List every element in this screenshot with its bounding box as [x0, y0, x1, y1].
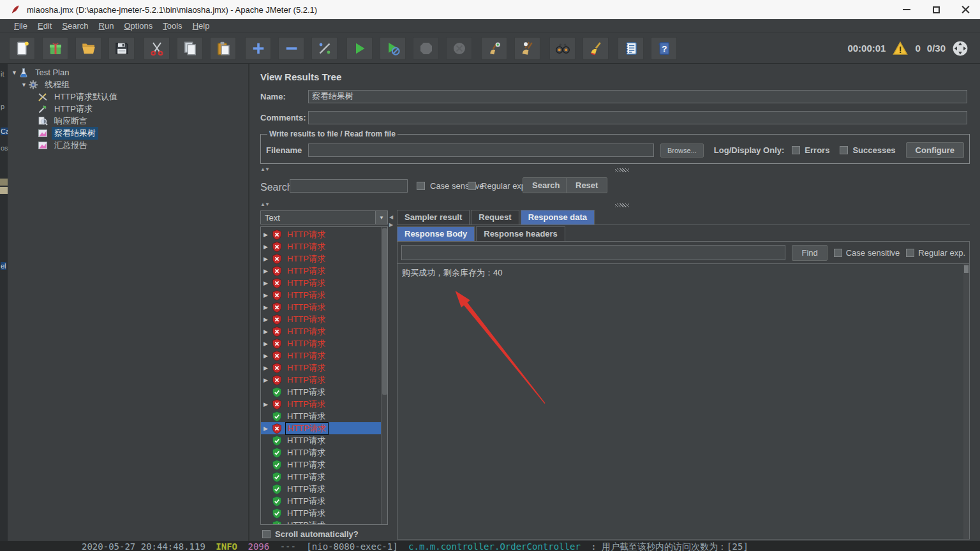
expander-closed-icon[interactable]: ▶: [264, 256, 272, 262]
collapse-all-button[interactable]: [278, 37, 304, 60]
tree-item-察看结果树[interactable]: 察看结果树: [8, 127, 248, 139]
subtab-response-headers[interactable]: Response headers: [476, 226, 565, 241]
tree-item-HTTP请求默认值[interactable]: HTTP请求默认值: [8, 91, 248, 103]
templates-button[interactable]: [42, 37, 68, 60]
find-button[interactable]: Find: [792, 245, 827, 261]
search-regex-checkbox[interactable]: [468, 182, 476, 190]
tab-response-data[interactable]: Response data: [521, 210, 595, 224]
function-helper-button[interactable]: [618, 37, 644, 60]
expander-closed-icon[interactable]: ▶: [264, 231, 272, 238]
result-item-error[interactable]: ▶HTTP请求: [261, 313, 381, 325]
threads-status-icon[interactable]: [952, 40, 969, 57]
clear-all-button[interactable]: [514, 37, 540, 60]
tree-item-Test Plan[interactable]: ▼Test Plan: [8, 66, 248, 78]
result-item-success[interactable]: HTTP请求: [261, 386, 381, 398]
response-scrollbar[interactable]: [963, 264, 969, 539]
successes-checkbox[interactable]: [840, 146, 848, 154]
warning-icon[interactable]: !: [892, 41, 909, 56]
shutdown-button[interactable]: [446, 37, 472, 60]
result-item-error[interactable]: ▶HTTP请求: [261, 240, 381, 253]
scroll-automatically-checkbox[interactable]: [262, 530, 271, 538]
splitter-grip[interactable]: [615, 203, 629, 207]
tree-item-HTTP请求[interactable]: HTTP请求: [8, 103, 248, 115]
tree-item-汇总报告[interactable]: 汇总报告: [8, 139, 248, 151]
tree-item-响应断言[interactable]: 响应断言: [8, 115, 248, 127]
reset-button[interactable]: Reset: [566, 177, 607, 193]
result-item-success[interactable]: HTTP请求: [261, 446, 381, 459]
results-scrollbar-thumb[interactable]: [382, 228, 387, 395]
result-item-success[interactable]: HTTP请求: [261, 434, 381, 446]
minimize-button[interactable]: [892, 0, 921, 19]
result-item-error[interactable]: ▶HTTP请求: [261, 301, 381, 313]
result-item-error[interactable]: ▶HTTP请求: [261, 265, 381, 277]
search-button[interactable]: [549, 37, 575, 60]
expander-closed-icon[interactable]: ▶: [264, 377, 272, 383]
start-no-timers-button[interactable]: [380, 37, 406, 60]
tab-request[interactable]: Request: [471, 210, 519, 224]
format-select[interactable]: Text ▼: [260, 210, 388, 224]
splitter-collapse-left-icon[interactable]: ◀: [389, 214, 393, 220]
comments-input[interactable]: [308, 111, 967, 124]
response-scrollbar-thumb[interactable]: [964, 265, 969, 273]
menu-run[interactable]: Run: [94, 20, 119, 33]
new-button[interactable]: [9, 37, 35, 60]
result-item-error[interactable]: ▶HTTP请求: [261, 349, 381, 362]
toggle-button[interactable]: [311, 37, 338, 60]
browse-button[interactable]: Browse...: [660, 143, 704, 158]
errors-checkbox[interactable]: [792, 146, 800, 154]
search-button[interactable]: Search: [523, 177, 569, 193]
result-item-error[interactable]: ▶HTTP请求: [261, 422, 381, 434]
response-body[interactable]: 购买成功，剩余库存为：40: [397, 263, 969, 539]
maximize-button[interactable]: [921, 0, 951, 19]
search-input[interactable]: [290, 179, 408, 193]
search-reset-button[interactable]: [583, 37, 609, 60]
splitter-collapse-arrows[interactable]: ▲▼: [260, 202, 269, 207]
splitter-collapse-arrows[interactable]: ▲▼: [260, 166, 269, 172]
result-item-error[interactable]: ▶HTTP请求: [261, 325, 381, 337]
results-scrollbar[interactable]: [381, 227, 387, 524]
cut-button[interactable]: [144, 37, 170, 60]
menu-options[interactable]: Options: [119, 20, 158, 33]
expander-closed-icon[interactable]: ▶: [264, 292, 272, 298]
expander-closed-icon[interactable]: ▶: [264, 244, 272, 250]
search-case-checkbox[interactable]: [417, 182, 425, 190]
result-item-success[interactable]: HTTP请求: [261, 410, 381, 422]
expander-closed-icon[interactable]: ▶: [264, 316, 272, 323]
help-button[interactable]: ?: [651, 37, 677, 60]
configure-button[interactable]: Configure: [906, 142, 964, 158]
result-item-success[interactable]: HTTP请求: [261, 507, 381, 519]
splitter-grip[interactable]: [615, 168, 629, 172]
menu-file[interactable]: File: [9, 20, 33, 33]
result-item-success[interactable]: HTTP请求: [261, 471, 381, 483]
stop-button[interactable]: [413, 37, 439, 60]
result-item-success[interactable]: HTTP请求: [261, 483, 381, 495]
paste-button[interactable]: [210, 37, 236, 60]
save-button[interactable]: [108, 37, 135, 60]
expander-closed-icon[interactable]: ▶: [264, 401, 272, 408]
expander-closed-icon[interactable]: ▶: [264, 425, 272, 432]
expander-closed-icon[interactable]: ▶: [264, 365, 272, 371]
expand-all-button[interactable]: [245, 37, 271, 60]
name-input[interactable]: [308, 90, 967, 103]
expander-closed-icon[interactable]: ▶: [264, 353, 272, 359]
result-item-error[interactable]: ▶HTTP请求: [261, 374, 381, 386]
result-item-error[interactable]: ▶HTTP请求: [261, 253, 381, 265]
expander-closed-icon[interactable]: ▶: [264, 328, 272, 335]
find-case-checkbox[interactable]: [834, 249, 842, 257]
horizontal-splitter[interactable]: ▲▼: [260, 166, 970, 173]
close-button[interactable]: [951, 0, 980, 19]
result-item-success[interactable]: HTTP请求: [261, 519, 381, 525]
result-item-error[interactable]: ▶HTTP请求: [261, 277, 381, 289]
open-button[interactable]: [75, 37, 101, 60]
menu-help[interactable]: Help: [188, 20, 215, 33]
expander-open-icon[interactable]: ▼: [10, 70, 19, 76]
expander-closed-icon[interactable]: ▶: [264, 304, 272, 311]
expander-closed-icon[interactable]: ▶: [264, 280, 272, 286]
result-item-success[interactable]: HTTP请求: [261, 495, 381, 507]
result-item-success[interactable]: HTTP请求: [261, 459, 381, 471]
subtab-response-body[interactable]: Response Body: [397, 226, 475, 241]
expander-closed-icon[interactable]: ▶: [264, 341, 272, 347]
vertical-splitter[interactable]: ◀ ▶: [388, 210, 397, 540]
expander-open-icon[interactable]: ▼: [20, 82, 28, 88]
result-item-error[interactable]: ▶HTTP请求: [261, 337, 381, 349]
